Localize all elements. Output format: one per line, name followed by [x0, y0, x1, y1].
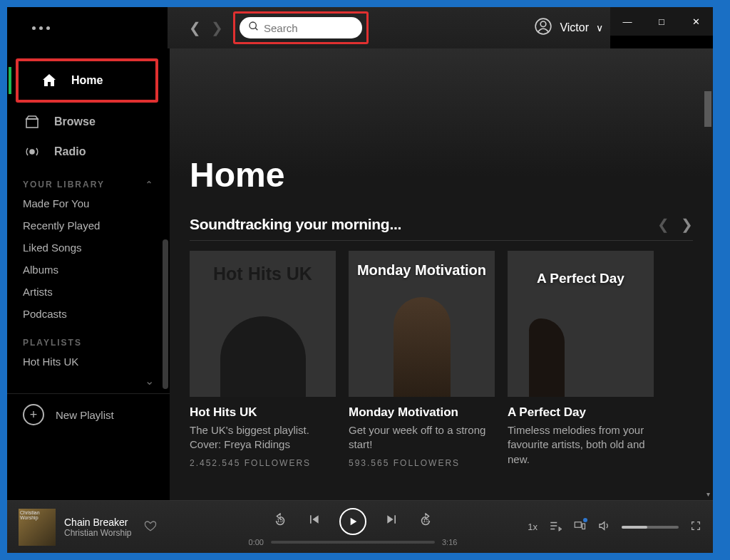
top-bar: ❮ ❯ Victor ∨ — □ ✕: [7, 7, 713, 48]
art-label: A Perfect Day: [508, 271, 654, 286]
seek-row: 0:00 3:16: [190, 538, 516, 546]
player-bar: Christian Worship Chain Breaker Christia…: [7, 500, 713, 553]
library-item-podcasts[interactable]: Podcasts: [7, 303, 170, 325]
svg-point-5: [30, 150, 34, 154]
user-icon: [534, 17, 552, 38]
playlists-header-label: PLAYLISTS: [23, 338, 82, 348]
tile-row: Hot Hits UK Hot Hits UK The UK's biggest…: [190, 251, 693, 472]
playlist-art: A Perfect Day: [508, 251, 654, 397]
next-button[interactable]: [385, 512, 399, 530]
volume-icon[interactable]: [597, 519, 610, 534]
library-item-artists[interactable]: Artists: [7, 281, 170, 303]
tile-desc: The UK's biggest playlist. Cover: Freya …: [190, 423, 336, 452]
sidebar-item-home[interactable]: Home: [24, 66, 150, 95]
now-playing-art[interactable]: Christian Worship: [19, 509, 56, 546]
rewind-15-button[interactable]: 15: [272, 513, 288, 530]
control-buttons: 15 15: [272, 508, 433, 535]
sidebar-scrollbar[interactable]: [163, 239, 168, 389]
chevron-down-icon[interactable]: ⌄: [7, 373, 170, 389]
art-label: Monday Motivation: [349, 262, 495, 278]
window-controls: — □ ✕: [610, 7, 713, 36]
shelf-divider: [190, 240, 693, 241]
forward-button[interactable]: ❯: [211, 19, 223, 36]
seek-bar[interactable]: [271, 541, 435, 544]
tile-followers: 593.565 FOLLOWERS: [349, 458, 495, 468]
dot-icon: [46, 26, 50, 30]
tile-title: Monday Motivation: [349, 405, 495, 420]
user-menu[interactable]: Victor ∨: [534, 17, 610, 38]
main-content: Home Soundtracking your morning... ❮ ❯ H…: [170, 48, 713, 500]
sidebar-item-radio[interactable]: Radio: [7, 137, 170, 167]
svg-point-0: [250, 22, 256, 28]
svg-rect-7: [582, 524, 585, 529]
shelf-next-button[interactable]: ❯: [681, 216, 693, 233]
play-button[interactable]: [339, 508, 366, 535]
player-right: 1x: [516, 519, 701, 534]
maximize-button[interactable]: □: [644, 7, 679, 36]
playlist-tile[interactable]: A Perfect Day A Perfect Day Timeless mel…: [508, 251, 654, 472]
art-text: Christian Worship: [20, 510, 56, 520]
chevron-down-icon: ∨: [596, 22, 603, 33]
search-highlight-box: [233, 11, 369, 44]
track-title[interactable]: Chain Breaker: [64, 517, 131, 528]
like-button[interactable]: [144, 519, 157, 535]
devices-button[interactable]: [573, 519, 586, 534]
search-input[interactable]: [264, 22, 354, 34]
new-playlist-label: New Playlist: [56, 409, 114, 421]
sidebar-item-label: Home: [71, 74, 103, 87]
playlist-art: Monday Motivation: [349, 251, 495, 397]
player-controls: 15 15 0:00 3:16: [190, 508, 516, 546]
shelf-title: Soundtracking your morning...: [190, 216, 401, 233]
username: Victor: [560, 21, 589, 34]
header-nav: ❮ ❯ Victor ∨: [168, 7, 610, 48]
new-playlist-button[interactable]: + New Playlist: [7, 393, 170, 435]
close-button[interactable]: ✕: [679, 7, 713, 36]
now-playing-text: Chain Breaker Christian Worship: [64, 517, 131, 538]
search-field[interactable]: [240, 17, 362, 38]
scroll-down-icon[interactable]: ▾: [704, 490, 711, 497]
queue-button[interactable]: [549, 519, 562, 534]
page-title: Home: [190, 155, 693, 195]
playback-speed[interactable]: 1x: [528, 522, 538, 532]
library-item-albums[interactable]: Albums: [7, 259, 170, 281]
tile-title: Hot Hits UK: [190, 405, 336, 420]
previous-button[interactable]: [307, 512, 321, 530]
chevron-up-icon[interactable]: ⌃: [145, 180, 154, 190]
track-artist[interactable]: Christian Worship: [64, 528, 131, 538]
home-highlight-box: Home: [16, 58, 158, 103]
shelf-prev-button[interactable]: ❮: [657, 216, 669, 233]
library-header-label: YOUR LIBRARY: [23, 180, 105, 190]
svg-rect-4: [26, 119, 38, 128]
main-scrollbar[interactable]: [704, 91, 711, 127]
sidebar-item-browse[interactable]: Browse: [7, 107, 170, 137]
library-item-liked-songs[interactable]: Liked Songs: [7, 237, 170, 259]
svg-line-1: [255, 28, 257, 30]
back-button[interactable]: ❮: [189, 19, 201, 36]
forward-15-button[interactable]: 15: [418, 513, 433, 530]
search-icon: [248, 21, 259, 35]
tile-desc: Get your week off to a strong start!: [349, 423, 495, 452]
fullscreen-button[interactable]: [690, 520, 701, 534]
playlist-item[interactable]: Hot Hits UK: [7, 351, 170, 373]
sidebar: Home Browse Radio YOUR LIBRARY ⌃ Made Fo…: [7, 48, 170, 500]
dot-icon: [32, 26, 36, 30]
shelf-header: Soundtracking your morning... ❮ ❯: [190, 216, 693, 233]
playlist-tile[interactable]: Monday Motivation Monday Motivation Get …: [349, 251, 495, 472]
browse-icon: [23, 113, 41, 131]
tile-desc: Timeless melodies from your favourite ar…: [508, 423, 654, 467]
body: Home Browse Radio YOUR LIBRARY ⌃ Made Fo…: [7, 48, 713, 500]
home-icon: [40, 71, 58, 90]
app-window: ❮ ❯ Victor ∨ — □ ✕: [7, 7, 713, 553]
playlist-art: Hot Hits UK: [190, 251, 336, 397]
radio-icon: [23, 142, 41, 161]
playlist-tile[interactable]: Hot Hits UK Hot Hits UK The UK's biggest…: [190, 251, 336, 472]
svg-point-3: [541, 21, 547, 27]
minimize-button[interactable]: —: [610, 7, 644, 36]
sidebar-item-label: Browse: [54, 115, 96, 128]
library-item-recently-played[interactable]: Recently Played: [7, 214, 170, 237]
volume-slider[interactable]: [622, 526, 679, 529]
menu-dots[interactable]: [7, 26, 168, 30]
tile-followers: 2.452.545 FOLLOWERS: [190, 458, 336, 468]
library-item-made-for-you[interactable]: Made For You: [7, 192, 170, 214]
art-label: Hot Hits UK: [190, 264, 336, 284]
